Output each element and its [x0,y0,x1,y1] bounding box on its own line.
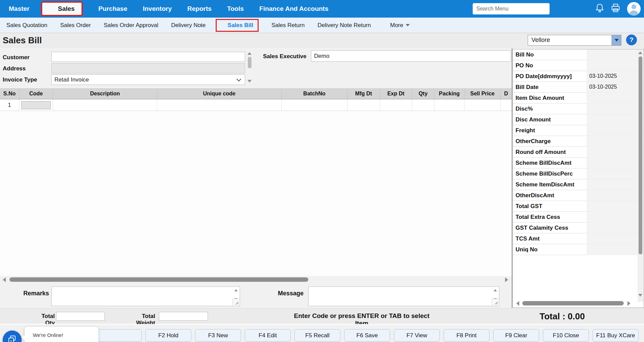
cell-code [19,99,53,111]
f11-buy-xcare-button[interactable]: F11 Buy XCare [593,329,639,342]
nav-finance-and-accounts[interactable]: Finance And Accounts [259,5,328,13]
panel-value[interactable] [587,168,644,179]
panel-label: Bill No [513,49,587,60]
f9-clear-button[interactable]: F9 Clear [493,329,539,342]
panel-value[interactable] [587,125,644,136]
total-weight-input[interactable] [159,312,208,321]
panel-value[interactable] [587,49,644,60]
panel-value[interactable] [587,136,644,147]
cell-description[interactable] [53,99,157,111]
address-label: Address [3,65,26,72]
nav-reports[interactable]: Reports [187,5,212,13]
panel-value[interactable] [587,114,644,125]
panel-row: Item Disc Amount [513,93,644,104]
scrollbar-thumb[interactable] [248,57,252,68]
help-icon[interactable]: ? [626,35,637,45]
code-input[interactable] [21,101,51,109]
f4-edit-button[interactable]: F4 Edit [245,329,291,342]
tab-sales-bill[interactable]: Sales Bill [228,22,253,29]
total-qty-input[interactable] [56,312,105,321]
scrollbar-thumb[interactable] [9,277,308,282]
remarks-textarea[interactable] [51,287,240,306]
message-textarea[interactable] [308,287,499,306]
scroll-down-icon[interactable] [638,294,642,297]
f6-save-button[interactable]: F6 Save [344,329,390,342]
invoice-type-select[interactable]: Retail Invoice [51,74,245,85]
scrollbar-thumb[interactable] [639,56,642,254]
tab-delivery-note[interactable]: Delivery Note [171,22,206,29]
tab-sales-return[interactable]: Sales Return [271,22,305,29]
panel-value[interactable] [587,104,644,114]
nav-tools[interactable]: Tools [227,5,244,13]
textarea-scroll [491,287,499,305]
nav-purchase[interactable]: Purchase [98,5,127,13]
cell-exp-dt[interactable] [380,99,412,111]
panel-value[interactable] [587,233,644,244]
panel-value[interactable] [587,158,644,168]
panel-horizontal-scrollbar[interactable] [514,301,638,306]
resize-grip-icon[interactable] [492,299,499,305]
tab-more[interactable]: More [384,22,410,29]
scroll-right-icon[interactable] [505,277,508,282]
grid-horizontal-scrollbar[interactable] [0,277,511,283]
cell-batchno[interactable] [282,99,348,111]
search-menu-input[interactable] [473,3,550,15]
f1-button[interactable] [96,329,142,342]
cell-mfg-dt[interactable] [348,99,380,111]
nav-sales[interactable]: Sales [58,5,75,13]
f10-close-button[interactable]: F10 Close [543,329,589,342]
cell-disc[interactable] [501,99,511,111]
customer-input[interactable] [51,52,245,62]
dropdown-arrow-icon [615,39,619,42]
cell-qty[interactable] [412,99,434,111]
scroll-left-icon[interactable] [516,301,519,306]
scroll-left-icon[interactable] [3,277,6,282]
panel-row: Round off Amount [513,147,644,158]
panel-value[interactable]: 03-10-2025 [587,82,644,93]
address-field[interactable] [51,63,245,73]
tab-delivery-note-return[interactable]: Delivery Note Return [317,22,371,29]
resize-grip-icon[interactable] [233,299,239,305]
panel-value[interactable] [587,147,644,158]
user-avatar[interactable] [627,2,641,16]
scrollbar-thumb[interactable] [522,301,624,305]
tab-sales-order-approval[interactable]: Sales Order Approval [104,22,159,29]
f5-recall-button[interactable]: F5 Recall [294,329,340,342]
form-scrollbar[interactable] [247,51,252,85]
scroll-up-icon[interactable] [494,289,497,291]
chevron-down-icon [406,24,410,26]
panel-value[interactable] [587,212,644,223]
tab-sales-quotation[interactable]: Sales Quotation [6,22,47,29]
panel-value[interactable] [587,201,644,212]
panel-value[interactable]: 03-10-2025 [587,71,644,82]
printer-icon[interactable] [611,3,620,14]
nav-master[interactable]: Master [9,5,29,13]
branch-select-arrow[interactable] [612,35,621,45]
top-navbar: Master Sales Purchase Inventory Reports … [0,0,644,18]
panel-vertical-scrollbar[interactable] [638,50,643,302]
scroll-right-icon[interactable] [627,301,630,306]
branch-select[interactable]: Vellore [528,35,621,46]
cell-packing[interactable] [434,99,464,111]
scroll-up-icon[interactable] [638,51,642,54]
nav-inventory[interactable]: Inventory [143,5,172,13]
scroll-down-icon[interactable] [247,80,252,83]
scroll-up-icon[interactable] [247,52,252,55]
sales-executive-input[interactable] [311,50,511,62]
panel-value[interactable] [587,244,644,255]
f7-view-button[interactable]: F7 View [394,329,440,342]
chat-status-tooltip[interactable]: We're Online! [25,327,98,342]
notification-bell-icon[interactable] [595,3,604,14]
cell-unique-code[interactable] [157,99,282,111]
tab-sales-order[interactable]: Sales Order [60,22,91,29]
f3-new-button[interactable]: F3 New [195,329,241,342]
scroll-up-icon[interactable] [234,289,238,291]
panel-value[interactable] [587,60,644,71]
f8-print-button[interactable]: F8 Print [444,329,490,342]
panel-value[interactable] [587,190,644,201]
panel-value[interactable] [587,223,644,233]
cell-sell-price[interactable] [464,99,501,111]
panel-value[interactable] [587,93,644,104]
panel-value[interactable] [587,179,644,190]
f2-hold-button[interactable]: F2 Hold [145,329,191,342]
